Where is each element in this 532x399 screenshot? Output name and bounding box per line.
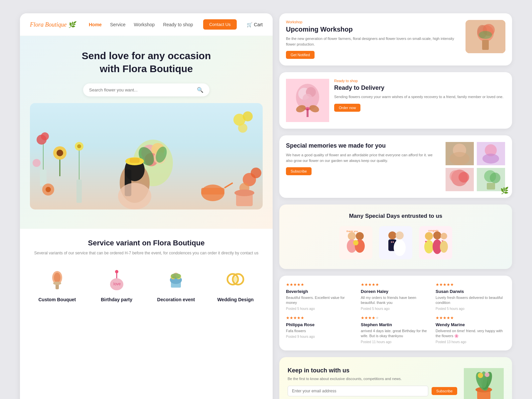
- svg-point-85: [356, 232, 364, 240]
- workshop-tag: Workshop: [286, 20, 461, 24]
- review-stars-2: ★★★★★: [361, 282, 431, 287]
- custom-bouquet-icon: [44, 266, 70, 293]
- svg-point-29: [238, 123, 247, 133]
- svg-point-114: [478, 373, 483, 378]
- svg-point-65: [303, 94, 313, 104]
- svg-point-88: [353, 240, 358, 245]
- review-time-4: Posted 9 hours ago: [286, 335, 356, 338]
- svg-text:thank you: thank you: [346, 230, 358, 233]
- review-time-1: Posted 5 hours ago: [286, 307, 356, 311]
- right-flowers: [196, 103, 263, 209]
- workshop-cta-button[interactable]: Get Notified: [286, 51, 315, 59]
- memories-content: Special memories we made for you We have…: [286, 142, 439, 191]
- service-section: Service variant on Flora Boutique Severa…: [20, 229, 273, 313]
- newsletter-email-input[interactable]: [288, 386, 428, 396]
- review-text-3: Lovely fresh flowers delivered to beauti…: [436, 295, 505, 306]
- hero-section: Send love for any occasion with Flora Bo…: [20, 36, 273, 229]
- nav-workshop[interactable]: Workshop: [134, 22, 155, 27]
- delivery-row: Ready to shop Ready to Delivery Sending …: [279, 72, 512, 129]
- svg-point-8: [46, 187, 51, 192]
- reviewer-2: Doreen Haley: [361, 289, 431, 294]
- svg-point-9: [33, 159, 41, 167]
- delivery-description: Sending flowers convey your warm wishes …: [334, 94, 503, 100]
- service-description: Several variants of our service that can…: [30, 250, 263, 256]
- svg-rect-60: [482, 40, 489, 50]
- review-stars-1: ★★★★★: [286, 282, 356, 287]
- nav-ready-shop[interactable]: Ready to shop: [163, 22, 193, 27]
- service-card-decoration[interactable]: Decoration event: [149, 266, 203, 303]
- service-title: Service variant on Flora Boutique: [30, 239, 263, 247]
- review-text-1: Beautiful flowers. Excellent value for m…: [286, 295, 356, 306]
- svg-text:congrats: congrats: [428, 229, 439, 232]
- card-label-wedding: Wedding Design: [208, 297, 263, 303]
- newsletter-subscribe-button[interactable]: Subscribe: [432, 387, 457, 395]
- nav-links: Home Service Workshop Ready to shop: [89, 22, 193, 27]
- cart-button[interactable]: 🛒 Cart: [247, 22, 263, 27]
- review-time-6: Posted 13 hours ago: [436, 340, 505, 344]
- svg-point-37: [234, 190, 254, 196]
- search-icon: 🔍: [197, 87, 203, 93]
- svg-rect-82: [487, 183, 495, 190]
- svg-point-59: [479, 31, 492, 39]
- newsletter-form: Subscribe: [288, 386, 457, 396]
- contact-button[interactable]: Contact Us: [203, 19, 236, 30]
- nav-service[interactable]: Service: [110, 22, 126, 27]
- service-card-wedding[interactable]: Wedding Design: [208, 266, 263, 303]
- delivery-title: Ready to Delivery: [334, 84, 503, 91]
- center-illustration: [100, 123, 193, 209]
- review-card-1: ★★★★★ Beverleigh Beautiful flowers. Exce…: [286, 282, 356, 311]
- review-time-3: Posted 5 hours ago: [436, 307, 505, 311]
- svg-point-81: [490, 173, 500, 183]
- reviewer-5: Stephen Martin: [361, 322, 431, 327]
- reviewer-1: Beverleigh: [286, 289, 356, 294]
- newsletter-illustration: [464, 368, 504, 399]
- newsletter-title: Keep in touch with us: [288, 367, 457, 374]
- reviews-section: ★★★★★ Beverleigh Beautiful flowers. Exce…: [279, 276, 512, 350]
- review-card-3: ★★★★★ Susan Darwis Lovely fresh flowers …: [436, 282, 505, 311]
- search-input[interactable]: [89, 87, 197, 92]
- review-time-2: Posted 5 hours ago: [361, 307, 431, 311]
- special-days-section: Many Special Days entrusted to us thank …: [279, 204, 512, 269]
- workshop-card: Workshop Upcoming Workshop Be the new ge…: [279, 13, 512, 66]
- special-day-3: congrats ♥ ♥: [419, 226, 452, 261]
- hero-title: Send love for any occasion with Flora Bo…: [30, 49, 263, 75]
- service-card-birthday[interactable]: love Birthday party: [89, 266, 144, 303]
- svg-rect-0: [40, 170, 47, 186]
- svg-point-78: [459, 172, 469, 183]
- svg-text:♥: ♥: [442, 239, 444, 243]
- delivery-content: Ready to shop Ready to Delivery Sending …: [334, 79, 503, 112]
- memories-images-container: 🌿: [446, 142, 505, 191]
- svg-point-13: [77, 144, 81, 148]
- service-card-custom-bouquet[interactable]: Custom Bouquet: [30, 266, 84, 303]
- svg-point-71: [450, 152, 469, 165]
- birthday-icon: love: [103, 266, 130, 293]
- special-days-illustrations: thank you: [286, 226, 505, 261]
- review-text-4: Fafa flowers: [286, 329, 356, 333]
- svg-rect-10: [76, 180, 82, 203]
- service-cards: Custom Bouquet love Birthday party: [30, 266, 263, 303]
- workshop-content: Workshop Upcoming Workshop Be the new ge…: [286, 20, 461, 59]
- svg-text:love: love: [113, 282, 121, 286]
- nav-home[interactable]: Home: [89, 22, 102, 27]
- logo: Flora Boutique 🌿: [30, 21, 75, 28]
- review-stars-3: ★★★★★: [436, 282, 505, 287]
- search-bar[interactable]: 🔍: [83, 83, 209, 96]
- special-day-2: [379, 226, 412, 261]
- card-label-birthday: Birthday party: [89, 297, 144, 303]
- svg-point-28: [243, 111, 253, 121]
- delivery-cta-button[interactable]: Order now: [334, 104, 360, 112]
- leaf-decoration: 🌿: [500, 187, 509, 195]
- svg-point-41: [53, 282, 61, 285]
- review-card-4: ★★★★★ Philippa Rose Fafa flowers Posted …: [286, 316, 356, 344]
- workshop-title: Upcoming Workshop: [286, 26, 461, 33]
- svg-line-32: [224, 183, 233, 188]
- delivery-tag: Ready to shop: [334, 79, 503, 83]
- delivery-illustration: [286, 79, 329, 122]
- svg-point-84: [348, 232, 356, 240]
- right-panel: Workshop Upcoming Workshop Be the new ge…: [279, 13, 512, 399]
- review-stars-6: ★★★★★: [436, 316, 505, 321]
- memories-subscribe-button[interactable]: Subscribe: [286, 167, 312, 175]
- svg-point-99: [425, 232, 433, 240]
- svg-point-115: [485, 372, 489, 377]
- svg-point-39: [54, 273, 61, 283]
